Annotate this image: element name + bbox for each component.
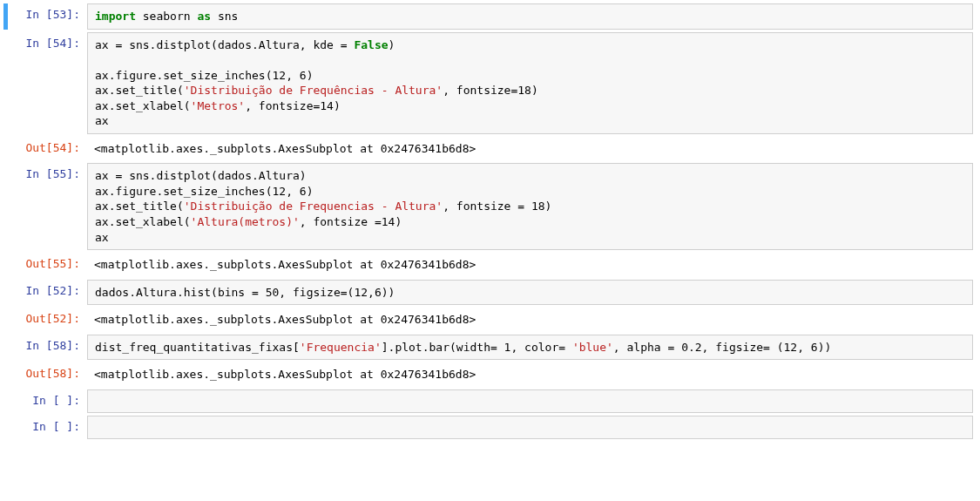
code-token: ax.figure.set_size_inches(12, 6) bbox=[95, 185, 313, 198]
output-cell: Out[58]:<matplotlib.axes._subplots.AxesS… bbox=[3, 362, 973, 387]
code-token: as bbox=[197, 10, 211, 23]
output-text: <matplotlib.axes._subplots.AxesSubplot a… bbox=[87, 253, 973, 277]
code-token: ax.set_xlabel( bbox=[95, 99, 191, 112]
code-cell[interactable]: In [54]:ax = sns.distplot(dados.Altura, … bbox=[3, 32, 973, 134]
output-prompt: Out[54]: bbox=[3, 137, 87, 161]
code-input[interactable] bbox=[87, 416, 973, 439]
code-token: , fontsize =14) bbox=[300, 215, 402, 228]
code-token: 'Frequencia' bbox=[300, 341, 382, 354]
code-input[interactable]: dist_freq_quantitativas_fixas['Frequenci… bbox=[87, 335, 973, 361]
code-token: , alpha = 0.2, figsize= (12, 6)) bbox=[613, 341, 831, 354]
code-token: ax bbox=[95, 231, 109, 244]
output-text: <matplotlib.axes._subplots.AxesSubplot a… bbox=[87, 362, 973, 387]
code-input[interactable] bbox=[87, 389, 973, 413]
code-token: dist_freq_quantitativas_fixas[ bbox=[95, 341, 300, 354]
code-token: ax.set_title( bbox=[95, 200, 184, 213]
input-prompt: In [55]: bbox=[3, 163, 87, 250]
output-cell: Out[55]:<matplotlib.axes._subplots.AxesS… bbox=[3, 253, 973, 277]
code-cell[interactable]: In [ ]: bbox=[3, 389, 973, 413]
output-text: <matplotlib.axes._subplots.AxesSubplot a… bbox=[87, 308, 973, 332]
code-token: ax.figure.set_size_inches(12, 6) bbox=[95, 69, 313, 82]
code-input[interactable]: import seaborn as sns bbox=[87, 3, 973, 30]
code-token: 'blue' bbox=[572, 341, 613, 354]
code-token: ax = sns.distplot(dados.Altura) bbox=[95, 169, 307, 182]
code-cell[interactable]: In [53]:import seaborn as sns bbox=[3, 3, 973, 30]
code-token: 'Metros' bbox=[191, 99, 246, 112]
code-cell[interactable]: In [55]:ax = sns.distplot(dados.Altura) … bbox=[3, 163, 973, 250]
code-cell[interactable]: In [52]:dados.Altura.hist(bins = 50, fig… bbox=[3, 280, 973, 306]
code-input[interactable]: ax = sns.distplot(dados.Altura) ax.figur… bbox=[87, 163, 973, 250]
code-token: sns bbox=[211, 10, 238, 23]
code-token: False bbox=[354, 38, 388, 51]
input-prompt: In [ ]: bbox=[3, 416, 87, 439]
code-token: , fontsize=18) bbox=[443, 84, 538, 97]
code-token: ax = sns.distplot(dados.Altura, kde = bbox=[95, 38, 354, 51]
code-input[interactable]: dados.Altura.hist(bins = 50, figsize=(12… bbox=[87, 280, 973, 306]
output-cell: Out[52]:<matplotlib.axes._subplots.AxesS… bbox=[3, 308, 973, 332]
code-token: ax bbox=[95, 114, 109, 127]
code-token: import bbox=[95, 10, 136, 23]
input-prompt: In [52]: bbox=[3, 280, 87, 306]
output-prompt: Out[55]: bbox=[3, 253, 87, 277]
input-prompt: In [58]: bbox=[3, 335, 87, 361]
code-token: 'Distribuição de Frequencias - Altura' bbox=[184, 200, 443, 213]
code-token: ax.set_xlabel( bbox=[95, 215, 191, 228]
output-cell: Out[54]:<matplotlib.axes._subplots.AxesS… bbox=[3, 137, 973, 161]
code-cell[interactable]: In [58]:dist_freq_quantitativas_fixas['F… bbox=[3, 335, 973, 361]
input-prompt: In [ ]: bbox=[3, 389, 87, 413]
input-prompt: In [53]: bbox=[3, 3, 87, 30]
code-token: seaborn bbox=[136, 10, 197, 23]
output-prompt: Out[58]: bbox=[3, 362, 87, 387]
output-prompt: Out[52]: bbox=[3, 308, 87, 332]
code-token: ax.set_title( bbox=[95, 84, 184, 97]
code-token: , fontsize=14) bbox=[245, 99, 341, 112]
output-text: <matplotlib.axes._subplots.AxesSubplot a… bbox=[87, 137, 973, 161]
code-input[interactable]: ax = sns.distplot(dados.Altura, kde = Fa… bbox=[87, 32, 973, 134]
code-token: 'Altura(metros)' bbox=[191, 215, 300, 228]
code-token: ].plot.bar(width= 1, color= bbox=[382, 341, 572, 354]
input-prompt: In [54]: bbox=[3, 32, 87, 134]
code-token: 'Distribuição de Frequências - Altura' bbox=[184, 84, 443, 97]
code-token: dados.Altura.hist(bins = 50, figsize=(12… bbox=[95, 286, 395, 299]
code-cell[interactable]: In [ ]: bbox=[3, 416, 973, 439]
code-token: ) bbox=[389, 38, 395, 51]
code-token: , fontsize = 18) bbox=[443, 200, 551, 213]
notebook-container: In [53]:import seaborn as snsIn [54]:ax … bbox=[3, 3, 973, 439]
